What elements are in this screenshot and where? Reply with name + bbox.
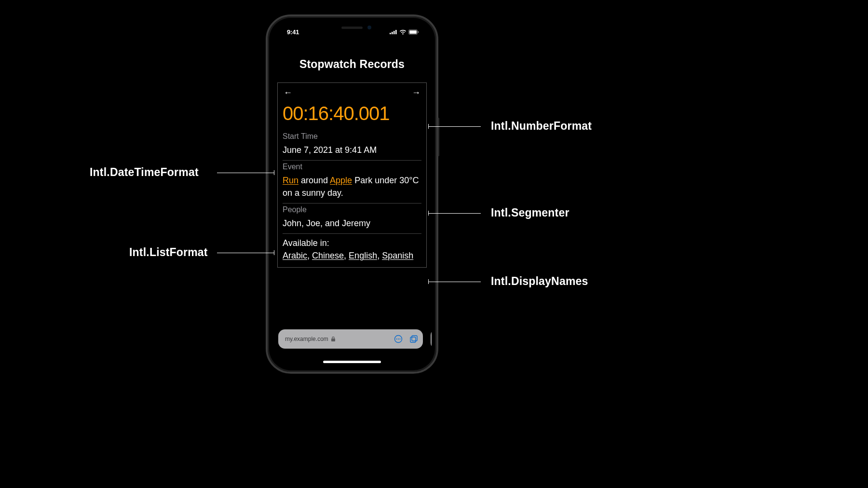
- start-time-value: June 7, 2021 at 9:41 AM: [283, 144, 421, 161]
- timer-value: 00:16:40.001: [283, 103, 421, 124]
- annot-tick: [428, 279, 429, 284]
- lang-chinese[interactable]: Chinese: [312, 251, 344, 260]
- record-nav: ← →: [283, 88, 421, 100]
- url-bar-peek: [431, 329, 432, 349]
- annot-line-datetimeformat: [217, 173, 274, 173]
- lang-arabic[interactable]: Arabic: [283, 251, 307, 260]
- available-label: Available in:: [283, 238, 329, 248]
- annot-segmenter: Intl.Segmenter: [491, 206, 570, 219]
- event-label: Event: [283, 163, 421, 171]
- annot-line-listformat: [217, 253, 274, 253]
- cellular-icon: [390, 29, 397, 34]
- annot-tick: [274, 250, 274, 255]
- svg-rect-2: [393, 31, 395, 34]
- event-highlight-run: Run: [283, 176, 298, 185]
- svg-rect-1: [392, 32, 393, 34]
- event-value: Run around Apple Park under 30°C on a su…: [283, 174, 421, 203]
- annot-listformat: Intl.ListFormat: [129, 246, 208, 259]
- prev-arrow-icon[interactable]: ←: [284, 88, 292, 98]
- lang-spanish[interactable]: Spanish: [382, 251, 413, 260]
- battery-icon: [408, 29, 419, 35]
- event-text: around: [298, 176, 330, 185]
- url-host-text: my.example.com: [285, 336, 328, 342]
- annot-numberformat: Intl.NumberFormat: [491, 120, 592, 133]
- lang-english[interactable]: English: [349, 251, 377, 260]
- svg-rect-6: [418, 31, 419, 33]
- annot-line-numberformat: [428, 126, 481, 127]
- svg-rect-3: [395, 30, 397, 34]
- svg-rect-0: [390, 33, 391, 34]
- phone-frame: 9:41 Stopwatch Records ← → 00:16:40.001 …: [266, 14, 438, 374]
- start-time-label: Start Time: [283, 132, 421, 141]
- url-host: my.example.com: [285, 336, 394, 342]
- svg-rect-12: [412, 336, 417, 341]
- record-card: ← → 00:16:40.001 Start Time June 7, 2021…: [277, 82, 427, 268]
- status-bar: 9:41: [272, 21, 432, 42]
- available-block: Available in: Arabic, Chinese, English, …: [283, 237, 421, 263]
- annot-line-segmenter: [428, 213, 481, 214]
- url-bar[interactable]: my.example.com: [278, 329, 423, 349]
- people-label: People: [283, 205, 421, 214]
- people-value: John, Joe, and Jeremy: [283, 217, 421, 234]
- content-area: Stopwatch Records ← → 00:16:40.001 Start…: [272, 42, 432, 367]
- home-indicator: [323, 361, 381, 363]
- svg-rect-5: [409, 30, 417, 34]
- status-icons: [390, 29, 419, 35]
- lock-icon: [331, 337, 335, 341]
- annot-line-displaynames: [428, 282, 481, 282]
- phone-screen: 9:41 Stopwatch Records ← → 00:16:40.001 …: [272, 21, 432, 367]
- svg-rect-7: [331, 339, 335, 341]
- next-arrow-icon[interactable]: →: [412, 88, 420, 98]
- annot-tick: [274, 170, 274, 175]
- status-time: 9:41: [287, 28, 299, 36]
- wifi-icon: [399, 29, 407, 35]
- svg-rect-13: [410, 337, 416, 342]
- tabs-icon[interactable]: [409, 335, 418, 343]
- annot-displaynames: Intl.DisplayNames: [491, 275, 588, 288]
- annot-datetimeformat: Intl.DateTimeFormat: [90, 166, 199, 179]
- svg-point-11: [399, 339, 400, 339]
- svg-point-9: [396, 339, 397, 339]
- page-title: Stopwatch Records: [277, 58, 427, 71]
- event-highlight-apple: Apple: [330, 176, 352, 185]
- svg-point-10: [398, 339, 399, 339]
- phone-side-button: [438, 118, 439, 156]
- annot-tick: [428, 211, 429, 216]
- annot-tick: [428, 124, 429, 129]
- more-icon[interactable]: [394, 335, 403, 343]
